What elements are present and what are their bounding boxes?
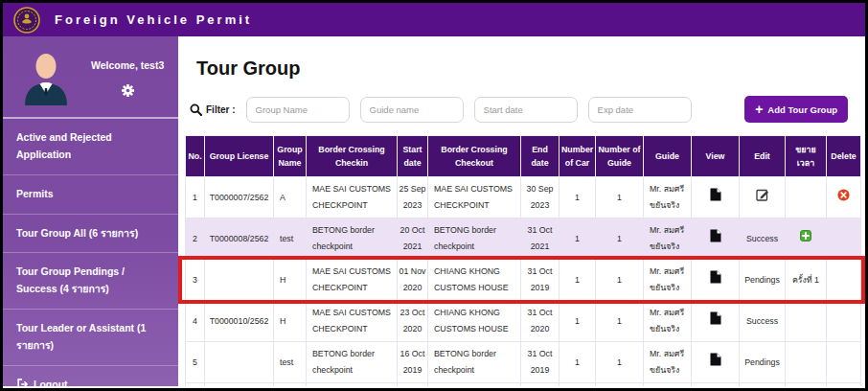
start-date-cell: 20 Oct 2021 — [398, 218, 428, 260]
column-header-group-license: Group License — [205, 136, 274, 177]
end-date-cell: 06 Oct 2019 — [521, 383, 560, 387]
checkout-cell: CHIANG KHONG CUSTOMS HOUSE — [428, 383, 521, 387]
table-row: 1T0000007/2562AMAE SAI CUSTOMS CHECKPOIN… — [186, 177, 861, 218]
column-header-number-of-car: Number of Car — [560, 136, 596, 177]
group-name-cell: H — [274, 301, 307, 342]
view-document-icon-cell — [692, 218, 740, 260]
app-title: Foreign Vehicle Permit — [55, 12, 252, 27]
checkin-cell: BETONG border checkpoint — [307, 218, 398, 260]
view-document-icon-cell — [692, 342, 740, 383]
number-of-guide-cell: 1 — [596, 177, 644, 218]
group-license-cell: T0000008/2562 — [205, 218, 274, 260]
table-row: 5testBETONG border checkpoint16 Oct 2019… — [186, 342, 861, 383]
filter-label-text: Filter : — [206, 104, 236, 115]
user-panel: Welcome, test3 — [3, 36, 178, 119]
number-of-guide-cell: 1 — [596, 383, 644, 387]
logout-icon — [16, 379, 28, 390]
delete-icon-cell — [827, 383, 861, 387]
end-date-cell: 31 Oct 2021 — [521, 218, 560, 260]
checkout-cell: CHIANG KHONG CUSTOMS HOUSE — [428, 301, 521, 342]
checkout-cell: CHIANG KHONG CUSTOMS HOUSE — [428, 260, 521, 301]
view-document-icon[interactable] — [710, 353, 721, 366]
delete-icon — [827, 342, 861, 383]
view-document-icon[interactable] — [710, 311, 721, 325]
number-of-car-cell: 1 — [560, 301, 596, 342]
user-avatar — [20, 50, 72, 105]
number-of-car-cell: 1 — [560, 383, 596, 387]
add-tour-group-button[interactable]: + Add Tour Group — [744, 96, 848, 123]
column-header-extend-time: ขยาย เวลา — [786, 136, 827, 177]
extend-time-plus-icon[interactable] — [800, 230, 811, 242]
checkout-cell: MAE SAI CUSTOMS CHECKPOINT — [428, 177, 521, 218]
start-date-filter-input[interactable] — [474, 97, 578, 123]
view-document-icon[interactable] — [710, 270, 721, 284]
delete-icon[interactable] — [837, 189, 850, 201]
column-header-start-date: Start date — [398, 136, 428, 177]
sidebar-item-logout[interactable]: Logout — [3, 366, 178, 391]
column-header-number-of-guide: Number of Guide — [596, 136, 644, 177]
sidebar-item-permits[interactable]: Permits — [3, 175, 178, 215]
group-name-cell: test — [274, 218, 307, 260]
checkin-cell: BETONG border checkpoint — [307, 342, 398, 383]
guide-cell: Mr. สมศรี ขยันจริง — [644, 301, 692, 342]
sidebar-item-label: Tour Group All (6 รายการ) — [16, 227, 138, 239]
group-name-cell: AAAA — [274, 383, 307, 387]
sidebar-nav: Active and Rejected ApplicationPermitsTo… — [3, 119, 178, 391]
table-row: 3HMAE SAI CUSTOMS CHECKPOINT01 Nov 2020C… — [186, 260, 861, 301]
exp-date-filter-input[interactable] — [588, 97, 692, 123]
checkout-cell: BETONG border checkpoint — [428, 218, 521, 260]
sidebar-item-tour-group-pendings-success-4[interactable]: Tour Group Pendings / Success (4 รายการ) — [3, 253, 178, 310]
column-header-checkin: Border Crossing Checkin — [307, 136, 398, 177]
column-header-guide: Guide — [644, 136, 692, 177]
delete-icon — [827, 260, 861, 301]
app-window: Foreign Vehicle Permit Welcome, test3 — [0, 0, 868, 391]
edit-status: Success — [740, 218, 786, 260]
number-of-car-cell: 1 — [560, 260, 596, 301]
sidebar-item-label: Tour Group Pendings / Success (4 รายการ) — [16, 265, 125, 294]
guide-cell: Mr. สมศรี ขยันจริง — [644, 260, 692, 301]
number-of-guide-cell: 1 — [596, 260, 644, 301]
checkin-cell: MAE SAI CUSTOMS CHECKPOINT — [307, 177, 398, 218]
row-number: 4 — [186, 301, 205, 342]
end-date-cell: 31 Oct 2020 — [521, 301, 560, 342]
guide-name-filter-input[interactable] — [360, 97, 464, 123]
page-title: Tour Group — [196, 57, 860, 80]
edit-status-text: Success — [746, 316, 778, 326]
filter-label: Filter : — [190, 104, 236, 116]
view-document-icon-cell — [692, 177, 740, 218]
number-of-guide-cell: 1 — [596, 218, 644, 260]
welcome-text: Welcome, test3 — [91, 59, 164, 71]
group-license-cell: T0000007/2562 — [205, 177, 274, 218]
view-document-icon[interactable] — [710, 188, 721, 201]
column-header-edit: Edit — [740, 136, 786, 177]
sidebar-item-tour-leader-or-assistant-1[interactable]: Tour Leader or Assistant (1 รายการ) — [3, 310, 178, 366]
edit-icon-cell — [740, 177, 786, 218]
sidebar-item-tour-group-all-6[interactable]: Tour Group All (6 รายการ) — [3, 215, 178, 254]
sidebar-item-active-and-rejected-application[interactable]: Active and Rejected Application — [3, 119, 178, 175]
start-date-cell: 04 Oct 2019 — [398, 383, 428, 387]
extend-time-text: ครั้งที่ 1 — [792, 275, 819, 285]
extend-time-plus-icon-cell — [786, 218, 827, 260]
edit-icon[interactable] — [756, 188, 769, 201]
checkin-cell: MAE SAI CUSTOMS CHECKPOINT — [307, 383, 398, 387]
search-icon — [190, 104, 202, 116]
app-logo-icon — [13, 7, 40, 34]
group-license-cell — [205, 342, 274, 383]
main-content: Tour Group Filter : + — [178, 36, 865, 386]
view-document-icon-cell — [692, 301, 740, 342]
number-of-car-cell: 1 — [560, 218, 596, 260]
table-header-row: No. Group License Group Name Border Cros… — [186, 136, 861, 177]
group-name-cell: test — [274, 342, 307, 383]
column-header-no: No. — [186, 136, 205, 177]
sidebar-item-label: Permits — [16, 188, 54, 199]
view-document-icon[interactable] — [710, 229, 721, 242]
delete-icon-cell — [827, 177, 861, 218]
edit-status: Pendings — [740, 260, 786, 301]
edit-status-text: Success — [746, 234, 778, 243]
extend-time — [786, 177, 827, 218]
group-name-filter-input[interactable] — [246, 97, 350, 123]
start-date-cell: 23 Oct 2020 — [398, 301, 428, 342]
table-row: 4T0000010/2562HMAE SAI CUSTOMS CHECKPOIN… — [186, 301, 861, 342]
number-of-guide-cell: 1 — [596, 301, 644, 342]
settings-gear-icon[interactable] — [122, 84, 134, 97]
